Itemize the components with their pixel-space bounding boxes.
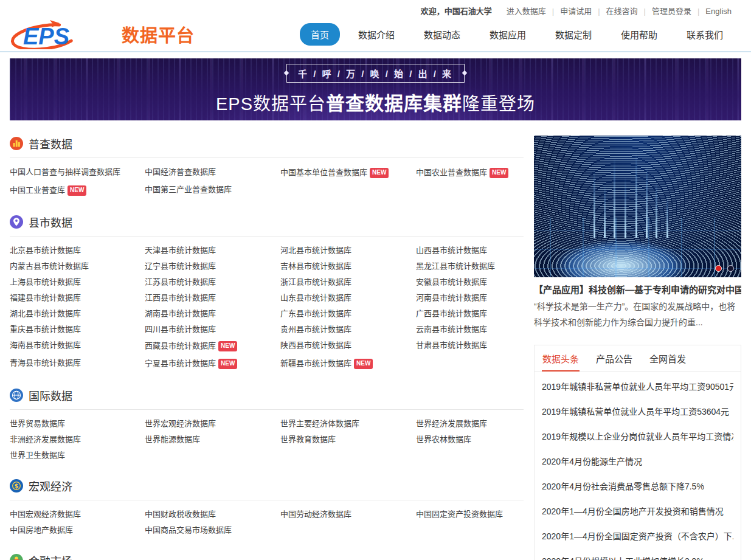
database-link[interactable]: 河南县市统计数据库	[416, 294, 524, 302]
database-link[interactable]: 世界能源数据库	[145, 435, 280, 444]
news-widget: 数据头条产品公告全网首发 2019年城镇非私营单位就业人员年平均工资90501元…	[534, 345, 741, 560]
database-link[interactable]: 四川县市统计数据库	[145, 325, 280, 334]
database-link[interactable]: 山东县市统计数据库	[280, 294, 416, 302]
database-link[interactable]: 青海县市统计数据库	[10, 359, 145, 369]
database-link[interactable]: 世界宏观经济数据库	[145, 420, 280, 428]
tab-数据头条-active[interactable]: 数据头条	[542, 345, 580, 372]
nav-item[interactable]: 联系我们	[676, 23, 734, 46]
separator: |	[598, 7, 600, 16]
news-item[interactable]: 2020年4月份社会消费品零售总额下降7.5%	[542, 474, 733, 499]
carousel-dot-active[interactable]	[715, 265, 722, 272]
carousel-image[interactable]	[534, 136, 741, 277]
database-link[interactable]: 中国工业普查库NEW	[10, 185, 145, 196]
database-link[interactable]: 宁夏县市统计数据库NEW	[145, 359, 280, 369]
carousel-dot[interactable]	[727, 265, 734, 272]
database-link[interactable]: 上海县市统计数据库	[10, 278, 145, 286]
database-link[interactable]: 中国基本单位普查数据库NEW	[280, 168, 416, 178]
database-link[interactable]: 广西县市统计数据库	[416, 309, 524, 318]
header: EPS 数据平台 首页数据介绍数据动态数据应用数据定制使用帮助联系我们	[0, 17, 751, 52]
hero-title-suffix: 隆重登场	[462, 94, 535, 114]
database-link[interactable]: 山西县市统计数据库	[416, 246, 524, 255]
database-link[interactable]: 新疆县市统计数据库NEW	[280, 359, 416, 369]
nav-item[interactable]: 数据定制	[544, 23, 603, 46]
new-badge: NEW	[354, 359, 373, 369]
nav-item[interactable]: 数据动态	[413, 23, 471, 46]
feature-article-excerpt: “科学技术是第一生产力”。在国家的发展战略中，也将科学技术和创新能力作为综合国力…	[534, 299, 741, 330]
database-link[interactable]: 中国财政税收数据库	[145, 510, 280, 519]
feature-article-title[interactable]: 【产品应用】科技创新—基于专利申请的研究对中国...	[534, 283, 741, 296]
database-link[interactable]: 云南县市统计数据库	[416, 325, 524, 334]
database-link[interactable]: 辽宁县市统计数据库	[145, 262, 280, 271]
hero-title-prefix: EPS数据平台	[216, 94, 326, 114]
welcome-text: 欢迎，中国石油大学	[421, 5, 492, 16]
database-link[interactable]: 陕西县市统计数据库	[280, 341, 416, 351]
database-link[interactable]: 福建县市统计数据库	[10, 294, 145, 302]
news-item[interactable]: 2020年1—4月份全国房地产开发投资和销售情况	[542, 499, 733, 524]
news-tabs: 数据头条产品公告全网首发	[535, 345, 741, 372]
database-link[interactable]: 世界卫生数据库	[10, 451, 145, 460]
news-item[interactable]: 2019年规模以上企业分岗位就业人员年平均工资情况	[542, 424, 733, 449]
nav-item[interactable]: 数据应用	[479, 23, 537, 46]
database-link[interactable]: 世界教育数据库	[280, 435, 416, 444]
logo-eps-text: EPS	[23, 24, 69, 49]
new-badge: NEW	[218, 341, 237, 351]
news-item[interactable]: 2019年城镇非私营单位就业人员年平均工资90501元	[542, 374, 733, 399]
news-item[interactable]: 2020年1—4月份全国固定资产投资（不含农户）下...	[542, 524, 733, 548]
database-link[interactable]: 世界主要经济体数据库	[280, 420, 416, 428]
database-link[interactable]: 贵州县市统计数据库	[280, 325, 416, 334]
database-link[interactable]: 中国劳动经济数据库	[280, 510, 416, 519]
database-link[interactable]: 中国宏观经济数据库	[10, 510, 145, 519]
database-link[interactable]: 安徽县市统计数据库	[416, 278, 524, 286]
topbar-link[interactable]: 管理员登录	[652, 7, 691, 16]
database-link[interactable]: 西藏县市统计数据库NEW	[145, 341, 280, 351]
separator: |	[644, 7, 646, 16]
tab-产品公告[interactable]: 产品公告	[595, 345, 633, 372]
database-link[interactable]: 世界农林数据库	[416, 435, 524, 444]
section-header: 普查数据	[10, 136, 524, 158]
database-link[interactable]: 中国经济普查数据库	[145, 168, 280, 178]
database-link[interactable]: 河北县市统计数据库	[280, 246, 416, 255]
database-link[interactable]: 吉林县市统计数据库	[280, 262, 416, 271]
database-link[interactable]: 黑龙江县市统计数据库	[416, 262, 524, 271]
site-logo[interactable]: EPS 数据平台	[10, 19, 195, 49]
tab-全网首发[interactable]: 全网首发	[649, 345, 687, 372]
database-link[interactable]: 重庆县市统计数据库	[10, 325, 145, 334]
topbar-link[interactable]: 进入数据库	[507, 7, 546, 16]
topbar-link[interactable]: 在线咨询	[606, 7, 638, 16]
database-link[interactable]: 世界贸易数据库	[10, 420, 145, 428]
nav-item-active[interactable]: 首页	[300, 23, 340, 46]
database-link[interactable]: 北京县市统计数据库	[10, 246, 145, 255]
database-link[interactable]: 江苏县市统计数据库	[145, 278, 280, 286]
database-link[interactable]: 中国商品交易市场数据库	[145, 526, 280, 534]
database-link[interactable]: 非洲经济发展数据库	[10, 435, 145, 444]
nav-item[interactable]: 数据介绍	[347, 23, 406, 46]
database-link[interactable]: 中国第三产业普查数据库	[145, 185, 280, 196]
news-item[interactable]: 2019年城镇私营单位就业人员年平均工资53604元	[542, 399, 733, 424]
news-item[interactable]: 2020年4月份规模以上工业增加值增长3.9%	[542, 548, 733, 560]
location-pin-icon	[10, 215, 23, 229]
hero-banner[interactable]: 千 / 呼 / 万 / 唤 / 始 / 出 / 来 EPS数据平台普查数据库集群…	[10, 58, 741, 120]
nav-item[interactable]: 使用帮助	[610, 23, 668, 46]
database-link[interactable]: 世界经济发展数据库	[416, 420, 524, 428]
database-link[interactable]: 甘肃县市统计数据库	[416, 341, 524, 351]
database-link[interactable]: 天津县市统计数据库	[145, 246, 280, 255]
database-link[interactable]: 海南县市统计数据库	[10, 341, 145, 351]
database-link[interactable]: 湖北县市统计数据库	[10, 309, 145, 318]
new-badge: NEW	[490, 168, 508, 178]
topbar-link[interactable]: English	[705, 7, 732, 16]
separator: |	[552, 7, 554, 16]
database-link[interactable]: 湖南县市统计数据库	[145, 309, 280, 318]
database-link[interactable]: 中国农业普查数据库NEW	[416, 168, 524, 178]
census-bar-chart-icon	[10, 137, 23, 150]
topbar-link[interactable]: 申请试用	[560, 7, 592, 16]
database-link[interactable]: 中国人口普查与抽样调查数据库	[10, 168, 145, 178]
news-item[interactable]: 2020年4月份能源生产情况	[542, 449, 733, 474]
links-grid: 北京县市统计数据库天津县市统计数据库河北县市统计数据库山西县市统计数据库内蒙古县…	[10, 237, 524, 369]
database-link[interactable]: 中国房地产数据库	[10, 526, 145, 534]
database-link[interactable]: 广东县市统计数据库	[280, 309, 416, 318]
database-link[interactable]: 浙江县市统计数据库	[280, 278, 416, 286]
database-link[interactable]: 中国固定资产投资数据库	[416, 510, 524, 519]
database-link[interactable]: 江西县市统计数据库	[145, 294, 280, 302]
database-link[interactable]: 内蒙古县市统计数据库	[10, 262, 145, 271]
new-badge: NEW	[218, 359, 237, 369]
